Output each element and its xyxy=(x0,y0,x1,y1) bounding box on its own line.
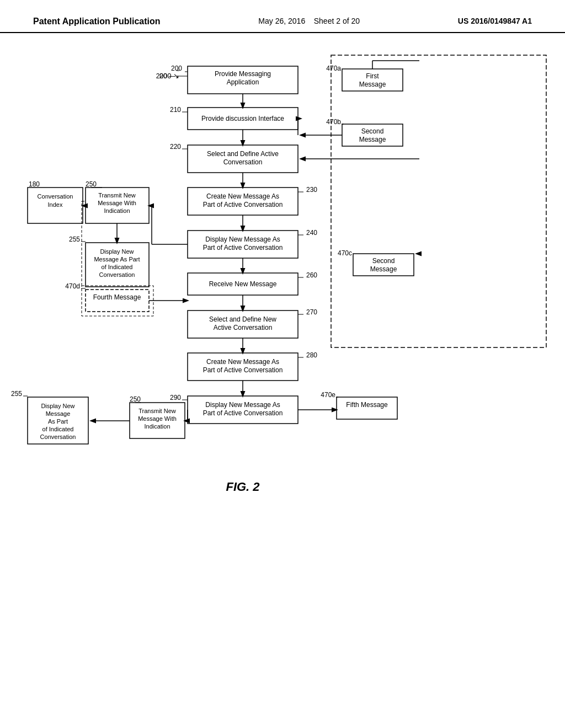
svg-text:Conversation: Conversation xyxy=(40,433,76,440)
svg-text:Second: Second xyxy=(361,127,384,135)
svg-text:Message: Message xyxy=(359,136,386,143)
svg-text:470d: 470d xyxy=(65,282,80,290)
header-left: Patent Application Publication xyxy=(33,17,161,26)
svg-text:470a: 470a xyxy=(326,65,341,72)
svg-text:Message With: Message With xyxy=(138,415,177,422)
svg-text:of Indicated: of Indicated xyxy=(42,426,74,432)
svg-text:220: 220 xyxy=(170,143,181,151)
svg-text:Display New Message As: Display New Message As xyxy=(205,235,280,243)
page-header: Patent Application Publication May 26, 2… xyxy=(0,0,565,33)
svg-text:FIG. 2: FIG. 2 xyxy=(226,480,260,494)
svg-text:Select and Define Active: Select and Define Active xyxy=(207,150,279,158)
svg-text:Index: Index xyxy=(48,201,63,208)
svg-text:210: 210 xyxy=(170,106,181,114)
svg-text:470e: 470e xyxy=(321,391,335,399)
svg-text:250: 250 xyxy=(130,395,141,403)
svg-text:Indication: Indication xyxy=(104,207,130,214)
svg-text:Conversation: Conversation xyxy=(223,158,263,166)
svg-text:280: 280 xyxy=(306,351,317,359)
svg-text:255: 255 xyxy=(69,235,80,243)
svg-text:260: 260 xyxy=(306,271,317,279)
svg-text:Create New Message As: Create New Message As xyxy=(206,358,279,366)
svg-text:Message As Part: Message As Part xyxy=(94,256,140,263)
svg-text:Provide Messaging: Provide Messaging xyxy=(215,70,271,78)
svg-text:As Part: As Part xyxy=(48,418,68,425)
header-center: May 26, 2016 Sheet 2 of 20 xyxy=(258,17,360,25)
svg-text:Message: Message xyxy=(370,265,397,273)
svg-text:Provide discussion Interface: Provide discussion Interface xyxy=(201,115,284,122)
header-right: US 2016/0149847 A1 xyxy=(458,17,532,25)
svg-text:First: First xyxy=(366,72,379,80)
svg-text:Indication: Indication xyxy=(144,423,170,430)
svg-text:of Indicated: of Indicated xyxy=(102,264,133,270)
diagram-area: Provide Messaging Application 200 Provid… xyxy=(0,39,565,689)
svg-text:Part of Active Conversation: Part of Active Conversation xyxy=(203,366,283,374)
svg-text:Transmit New: Transmit New xyxy=(98,192,135,199)
svg-text:Part of Active Conversation: Part of Active Conversation xyxy=(203,409,283,417)
svg-text:Fourth Message: Fourth Message xyxy=(93,293,141,301)
svg-text:200: 200 xyxy=(171,65,182,72)
svg-text:255: 255 xyxy=(11,390,22,398)
svg-text:Select and Define New: Select and Define New xyxy=(209,315,276,323)
svg-text:Active Conversation: Active Conversation xyxy=(214,324,273,331)
svg-text:Part of Active Conversation: Part of Active Conversation xyxy=(203,244,283,251)
svg-text:180: 180 xyxy=(29,180,40,188)
svg-text:Display New: Display New xyxy=(100,248,134,255)
svg-text:Create New Message As: Create New Message As xyxy=(206,192,279,200)
svg-text:Fifth Message: Fifth Message xyxy=(346,401,388,409)
svg-text:Conversation: Conversation xyxy=(38,193,73,200)
svg-rect-0 xyxy=(331,55,546,347)
svg-text:Display New: Display New xyxy=(41,403,74,409)
svg-text:200 ↘: 200 ↘ xyxy=(159,72,179,80)
svg-text:Message With: Message With xyxy=(98,200,136,206)
svg-text:470b: 470b xyxy=(326,118,341,126)
svg-text:270: 270 xyxy=(306,308,317,316)
svg-text:Transmit New: Transmit New xyxy=(138,408,175,414)
svg-text:Application: Application xyxy=(227,78,259,86)
svg-text:470c: 470c xyxy=(338,249,352,257)
svg-text:Second: Second xyxy=(372,257,395,265)
svg-text:230: 230 xyxy=(306,186,317,194)
svg-text:240: 240 xyxy=(306,229,317,237)
svg-text:Conversation: Conversation xyxy=(99,271,135,278)
svg-text:Receive New Message: Receive New Message xyxy=(209,280,277,288)
svg-text:Message: Message xyxy=(359,81,386,88)
svg-text:Part of Active Conversation: Part of Active Conversation xyxy=(203,201,283,208)
svg-text:250: 250 xyxy=(86,180,97,188)
svg-text:Message: Message xyxy=(46,410,71,417)
svg-text:Display New Message As: Display New Message As xyxy=(205,401,280,409)
svg-text:290: 290 xyxy=(170,394,181,402)
